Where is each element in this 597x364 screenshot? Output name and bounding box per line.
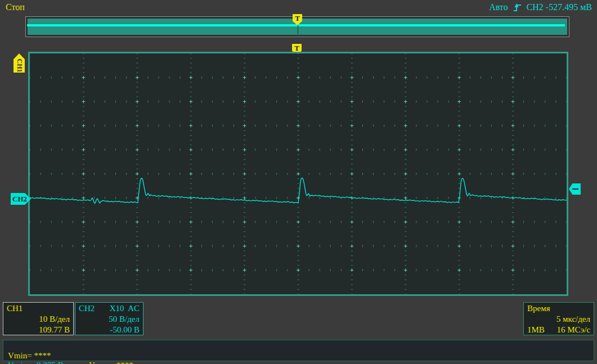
- memory-depth: 1MB: [527, 325, 545, 335]
- timebase-panel: Время 5 мкс/дел 1MB 16 МСэ/с: [523, 302, 594, 335]
- ch2-scale: 50 В/дел: [109, 314, 140, 325]
- sample-rate: 16 МСэ/с: [556, 325, 590, 335]
- timebase-scale: 5 мкс/дел: [556, 314, 590, 325]
- rising-edge-trigger-icon: [513, 2, 522, 12]
- measurements-row-ch2: Vmin= -9.375 В Vmax= 43.216 В Vpp= 52.59…: [3, 351, 594, 361]
- trigger-mode: Авто: [489, 2, 508, 12]
- waveform-display: [28, 52, 568, 296]
- ch1-scale: 10 В/дел: [39, 314, 70, 325]
- vmin-ch2: Vmin= -9.375 В: [8, 361, 64, 364]
- ch2-info-panel: CH2 X10 AC 50 В/дел -50.00 В: [75, 302, 143, 335]
- ch2-title: CH2: [79, 303, 95, 314]
- waveform-plot: [30, 53, 567, 294]
- ch1-marker-label: CH1: [15, 59, 24, 67]
- ch1-info-panel: CH1 10 В/дел 109.77 В: [3, 302, 74, 335]
- ch2-probe-coupling: X10 AC: [110, 303, 140, 314]
- ch1-title: CH1: [7, 303, 23, 314]
- trigger-source-level: CH2 -527.495 мВ: [527, 2, 592, 12]
- measurements-bar: Vmin= **** Vmax= **** Vpp= **** F= 0.000…: [3, 340, 594, 361]
- trigger-level-marker[interactable]: [569, 183, 581, 195]
- vmax-ch1: Vmax= ****: [89, 361, 133, 364]
- acquisition-state: Стоп: [6, 2, 25, 12]
- measurements-row-ch1: Vmin= **** Vmax= **** Vpp= **** F= 0.000…: [3, 341, 594, 351]
- overview-trace-line: [27, 24, 565, 26]
- ch1-position-marker[interactable]: CH1: [14, 53, 25, 73]
- oscilloscope-screen: Стоп Авто CH2 -527.495 мВ T T CH1 CH2 CH…: [0, 0, 597, 364]
- ch1-offset: 109.77 В: [39, 325, 70, 335]
- timebase-title: Время: [527, 303, 550, 314]
- trigger-status: Авто CH2 -527.495 мВ: [489, 2, 592, 12]
- ch2-offset: -50.00 В: [110, 325, 140, 335]
